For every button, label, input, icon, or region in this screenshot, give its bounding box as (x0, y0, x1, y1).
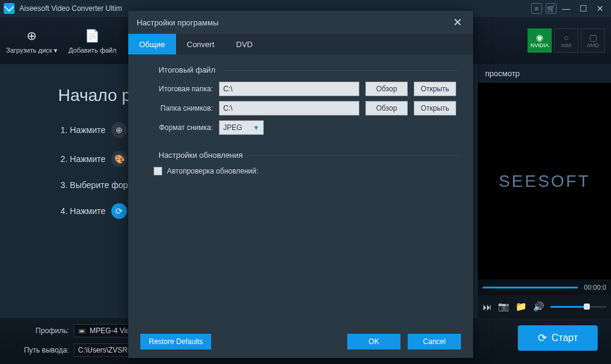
auto-update-checkbox[interactable] (154, 167, 162, 175)
section-update: Настройки обновления (143, 151, 459, 160)
row-auto-update: Автопроверка обновлений: (154, 167, 459, 175)
dialog-tabs: Общие Convert DVD (128, 34, 473, 54)
dialog-footer: Restore Defaults OK Cancel (128, 325, 473, 358)
dialog-backdrop: Настройки программы ✕ Общие Convert DVD … (0, 0, 611, 364)
dialog-body: Итоговый файл Итоговая папка: Обзор Откр… (128, 54, 473, 325)
open-snapshot-button[interactable]: Открыть (414, 101, 456, 115)
dialog-titlebar: Настройки программы ✕ (128, 11, 473, 34)
snapshot-folder-input[interactable] (219, 101, 359, 115)
chevron-down-icon: ▼ (253, 124, 260, 131)
tab-convert[interactable]: Convert (176, 34, 226, 54)
output-folder-input[interactable] (219, 82, 359, 96)
snapshot-format-select[interactable]: JPEG ▼ (219, 120, 264, 135)
dialog-title: Настройки программы (137, 18, 218, 27)
section-output-file: Итоговый файл (143, 65, 459, 74)
browse-output-button[interactable]: Обзор (365, 82, 408, 96)
row-snapshot-format: Формат снимка: JPEG ▼ (143, 120, 459, 135)
settings-dialog: Настройки программы ✕ Общие Convert DVD … (128, 11, 473, 358)
snapshot-format-label: Формат снимка: (143, 123, 213, 132)
auto-update-label: Автопроверка обновлений: (167, 167, 258, 175)
open-output-button[interactable]: Открыть (414, 82, 456, 96)
row-snapshot-folder: Папка снимков: Обзор Открыть (143, 101, 459, 115)
snapshot-folder-label: Папка снимков: (143, 104, 213, 112)
ok-button[interactable]: OK (347, 334, 400, 349)
restore-defaults-button[interactable]: Restore Defaults (140, 334, 211, 349)
row-output-folder: Итоговая папка: Обзор Открыть (143, 82, 459, 96)
output-folder-label: Итоговая папка: (143, 85, 213, 93)
browse-snapshot-button[interactable]: Обзор (365, 101, 408, 115)
cancel-button[interactable]: Cancel (408, 334, 461, 349)
close-icon[interactable]: ✕ (450, 15, 465, 30)
tab-dvd[interactable]: DVD (225, 34, 263, 54)
tab-general[interactable]: Общие (128, 34, 176, 54)
